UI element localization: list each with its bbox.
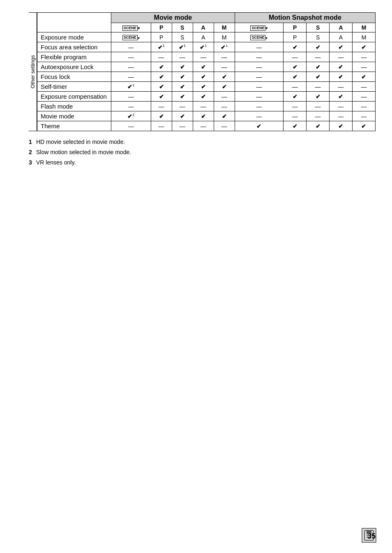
cell: ✔ [352, 72, 375, 82]
cell: ✔1 [214, 42, 235, 52]
footnote-3: 3 VR lenses only. [29, 157, 376, 168]
feature-name: Exposure compensation [37, 92, 111, 102]
em-movie-scene: SCENE▾ [111, 32, 151, 42]
cell: — [330, 111, 353, 121]
cell: — [307, 52, 330, 62]
table-row: Flash mode — — — — — — — — — — [37, 102, 376, 111]
cell: ✔ [284, 42, 307, 52]
feature-name: Focus lock [37, 72, 111, 82]
flash-mode-label: Flash mode [37, 102, 111, 111]
table-row: Flexible program — — — — — — — — — — [37, 52, 376, 62]
col-movie-p: P [151, 23, 172, 32]
cell: ✔1 [111, 82, 151, 92]
footnotes: 1 HD movie selected in movie mode. 2 Slo… [29, 137, 376, 168]
cell: — [352, 52, 375, 62]
feature-name: Self-timer [37, 82, 111, 92]
cell: ✔ [172, 92, 193, 102]
cell: — [193, 52, 214, 62]
cell: ✔ [151, 62, 172, 72]
main-table: Movie mode Motion Snapshot mode SCENE▾ P… [37, 12, 376, 131]
footnote-1: 1 HD movie selected in movie mode. [29, 137, 376, 147]
cell: — [151, 102, 172, 111]
footnote-text: HD movie selected in movie mode. [36, 137, 125, 147]
footnote-2: 2 Slow motion selected in movie mode. [29, 147, 376, 157]
cell: — [151, 52, 172, 62]
exposure-mode-label: Exposure mode [37, 32, 111, 42]
cell: ✔1 [172, 42, 193, 52]
footnote-text: VR lenses only. [36, 157, 76, 168]
cell: — [284, 102, 307, 111]
cell: ✔ [214, 82, 235, 92]
cell: ✔ [214, 111, 235, 121]
col-motion-s: S [307, 23, 330, 32]
cell: ✔1 [151, 42, 172, 52]
cell: ✔ [193, 82, 214, 92]
em-motion-scene: SCENE▾ [235, 32, 284, 42]
cell: — [172, 102, 193, 111]
cell: — [214, 62, 235, 72]
em-motion-m: M [352, 32, 375, 42]
cell: — [330, 102, 353, 111]
col-motion-m: M [352, 23, 375, 32]
cell: — [214, 52, 235, 62]
cell: — [307, 102, 330, 111]
col-movie-a: A [193, 23, 214, 32]
cell: ✔ [193, 92, 214, 102]
empty-corner [37, 13, 111, 32]
em-movie-p: P [151, 32, 172, 42]
cell: ✔ [172, 62, 193, 72]
cell: ✔1 [193, 42, 214, 52]
cell: — [111, 52, 151, 62]
col-movie-s: S [172, 23, 193, 32]
cell: ✔ [330, 121, 353, 131]
cell: — [235, 72, 284, 82]
cell: ✔ [307, 72, 330, 82]
cell: ✔ [235, 121, 284, 131]
cell: ✔ [193, 72, 214, 82]
cell: ✔ [214, 72, 235, 82]
cell: — [352, 82, 375, 92]
cell: ✔ [284, 121, 307, 131]
table-wrapper: Other settings Movie mode Motion Snapsho… [29, 12, 376, 131]
cell: — [172, 121, 193, 131]
table-row: Focus area selection — ✔1 ✔1 ✔1 ✔1 — ✔ ✔… [37, 42, 376, 52]
cell: — [330, 82, 353, 92]
cell: ✔ [151, 72, 172, 82]
footnote-number: 3 [29, 157, 35, 168]
cell: — [235, 52, 284, 62]
table-row: Focus lock — ✔ ✔ ✔ ✔ — ✔ ✔ ✔ ✔ [37, 72, 376, 82]
cell: ✔1 [111, 111, 151, 121]
cell: — [111, 62, 151, 72]
em-movie-m: M [214, 32, 235, 42]
table-row: Movie mode ✔1 ✔ ✔ ✔ ✔ — — — — — [37, 111, 376, 121]
cell: — [214, 92, 235, 102]
em-motion-a: A [330, 32, 353, 42]
cell: — [214, 102, 235, 111]
footnote-number: 1 [29, 137, 35, 147]
exposure-mode-row: Exposure mode SCENE▾ P S A M SCENE▾ P S … [37, 32, 376, 42]
col-motion-a: A [330, 23, 353, 32]
cell: — [193, 102, 214, 111]
cell: ✔ [284, 92, 307, 102]
cell: — [214, 121, 235, 131]
cell: — [111, 42, 151, 52]
cell: ✔ [172, 72, 193, 82]
cell: — [307, 82, 330, 92]
cell: ✔ [151, 82, 172, 92]
cell: — [284, 52, 307, 62]
cell: ✔ [172, 82, 193, 92]
sidebar-label: Other settings [29, 12, 37, 131]
feature-name: Theme [37, 121, 111, 131]
cell: — [111, 92, 151, 102]
table-row: Autoexposure Lock — ✔ ✔ ✔ — — ✔ ✔ ✔ — [37, 62, 376, 72]
col-motion-p: P [284, 23, 307, 32]
cell: — [352, 62, 375, 72]
cell: ✔ [284, 62, 307, 72]
col-movie-m: M [214, 23, 235, 32]
footnote-number: 2 [29, 147, 35, 157]
cell: ✔ [307, 92, 330, 102]
page-number: 35 [367, 532, 376, 541]
em-movie-s: S [172, 32, 193, 42]
cell: — [284, 82, 307, 92]
page-container: Other settings Movie mode Motion Snapsho… [0, 0, 392, 185]
